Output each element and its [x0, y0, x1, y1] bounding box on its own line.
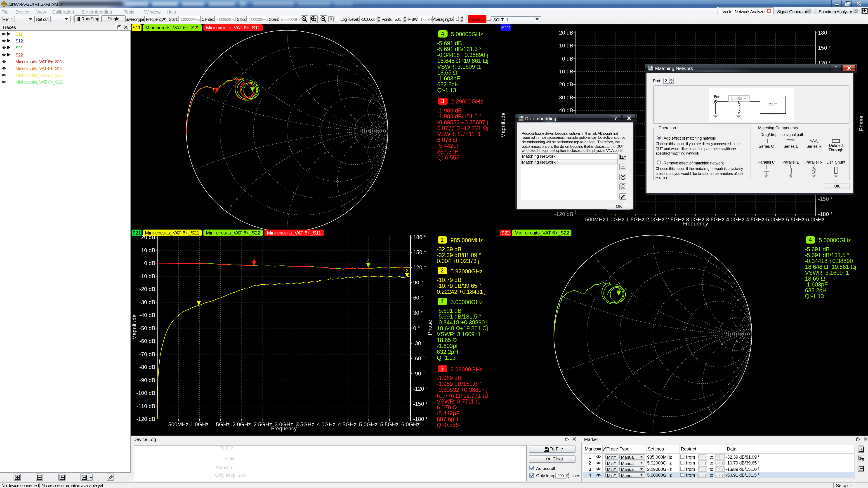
svg-text:500MHz: 500MHz — [168, 421, 188, 427]
svg-text:500MHz: 500MHz — [585, 217, 605, 223]
svg-text:6.0GHz: 6.0GHz — [401, 421, 420, 427]
svg-text:-50 dB: -50 dB — [139, 325, 155, 331]
svg-text:-70 dB: -70 dB — [139, 351, 155, 357]
svg-text:5.5GHz: 5.5GHz — [380, 421, 399, 427]
svg-text:-90 °: -90 ° — [413, 370, 425, 377]
svg-text:-120 dB: -120 dB — [136, 416, 155, 422]
svg-text:180 °: 180 ° — [413, 234, 426, 240]
svg-text:2.0GHz: 2.0GHz — [646, 217, 664, 223]
svg-text:3.5GHz: 3.5GHz — [296, 421, 314, 427]
svg-text:0 °: 0 ° — [413, 325, 420, 331]
svg-text:5.0GHz: 5.0GHz — [766, 217, 784, 223]
svg-text:Frequency: Frequency — [682, 221, 708, 227]
svg-text:10 dB: 10 dB — [141, 247, 155, 253]
svg-text:20 dB: 20 dB — [559, 30, 573, 36]
svg-text:-180 °: -180 ° — [413, 416, 428, 422]
svg-text:1.0GHz: 1.0GHz — [606, 217, 624, 223]
svg-text:2.5GHz: 2.5GHz — [666, 217, 684, 223]
svg-text:3.5GHz: 3.5GHz — [706, 217, 724, 223]
svg-text:-20 dB: -20 dB — [557, 81, 573, 88]
svg-text:1.0GHz: 1.0GHz — [190, 421, 209, 427]
svg-text:10 dB: 10 dB — [559, 42, 573, 48]
svg-text:4: 4 — [617, 287, 620, 292]
svg-text:DUT: DUT — [768, 102, 777, 107]
svg-text:2.5GHz: 2.5GHz — [254, 421, 272, 427]
svg-text:2: 2 — [406, 268, 408, 273]
svg-text:150 °: 150 ° — [818, 45, 831, 51]
svg-text:-180 °: -180 ° — [818, 211, 833, 217]
svg-text:-30 °: -30 ° — [413, 340, 425, 346]
svg-text:-120 dB: -120 dB — [554, 211, 573, 217]
svg-text:-60 dB: -60 dB — [139, 338, 155, 344]
svg-text:Phase: Phase — [427, 320, 433, 335]
svg-text:-10 dB: -10 dB — [557, 68, 573, 74]
svg-text:-40 dB: -40 dB — [557, 107, 573, 113]
svg-text:6.0GHz: 6.0GHz — [806, 217, 825, 223]
svg-text:90 °: 90 ° — [413, 280, 423, 286]
svg-text:4: 4 — [367, 258, 370, 264]
svg-text:-100 dB: -100 dB — [136, 390, 155, 396]
svg-text:30 °: 30 ° — [413, 310, 423, 316]
svg-text:120 °: 120 ° — [413, 264, 426, 270]
svg-text:-90 dB: -90 dB — [139, 377, 155, 383]
svg-text:-120 °: -120 ° — [413, 386, 428, 392]
svg-text:-60 °: -60 ° — [413, 355, 425, 361]
svg-text:0 dB: 0 dB — [562, 56, 573, 62]
svg-text:Magnitude: Magnitude — [500, 112, 506, 138]
svg-text:5.5GHz: 5.5GHz — [786, 217, 804, 223]
svg-text:5.0GHz: 5.0GHz — [359, 421, 377, 427]
svg-text:Port: Port — [714, 94, 720, 99]
svg-text:180 °: 180 ° — [818, 30, 831, 36]
svg-text:4.0GHz: 4.0GHz — [726, 217, 744, 223]
svg-text:-30 dB: -30 dB — [557, 94, 573, 101]
svg-text:4.5GHz: 4.5GHz — [338, 421, 356, 427]
svg-text:-10 dB: -10 dB — [139, 273, 155, 279]
svg-text:1: 1 — [197, 296, 200, 301]
svg-text:4.5GHz: 4.5GHz — [746, 217, 765, 223]
svg-text:-110 dB: -110 dB — [137, 403, 155, 409]
svg-text:Magnitude: Magnitude — [131, 315, 137, 340]
svg-text:Phase: Phase — [858, 116, 864, 131]
svg-text:-20 dB: -20 dB — [139, 286, 155, 292]
svg-text:-150 °: -150 ° — [818, 196, 833, 202]
svg-text:Frequency: Frequency — [271, 425, 297, 431]
svg-text:-80 dB: -80 dB — [139, 364, 155, 370]
svg-text:0 dB: 0 dB — [144, 260, 155, 266]
svg-text:1.5GHz: 1.5GHz — [211, 421, 230, 427]
svg-text:-30 dB: -30 dB — [139, 299, 155, 305]
svg-text:150 °: 150 ° — [413, 249, 426, 255]
svg-text:4.0GHz: 4.0GHz — [317, 421, 335, 427]
svg-text:1.000nH: 1.000nH — [731, 96, 746, 101]
svg-text:60 °: 60 ° — [413, 295, 423, 301]
svg-text:-40 dB: -40 dB — [139, 312, 155, 318]
svg-text:-150 °: -150 ° — [413, 401, 428, 407]
svg-text:2.0GHz: 2.0GHz — [232, 421, 251, 427]
svg-text:1.5GHz: 1.5GHz — [626, 217, 645, 223]
svg-text:3: 3 — [252, 256, 255, 262]
